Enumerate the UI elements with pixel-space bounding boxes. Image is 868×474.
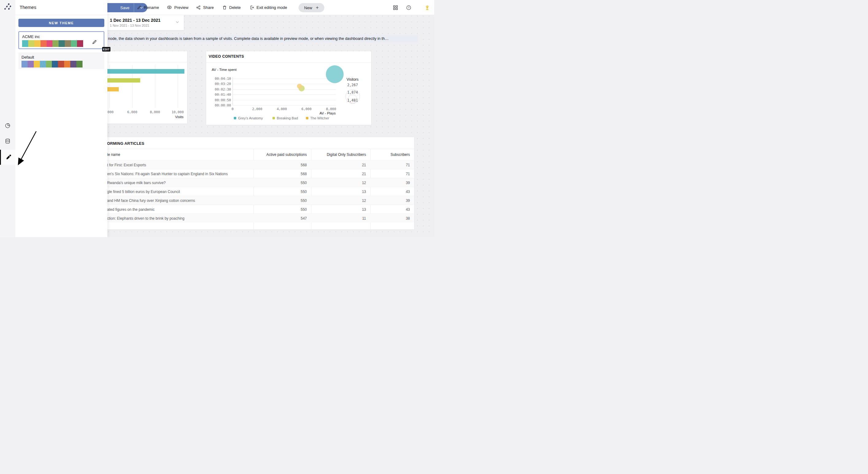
- value-cell: 13: [311, 187, 366, 196]
- x-tick-label: 0: [223, 107, 242, 111]
- preview-button[interactable]: Preview: [167, 0, 188, 15]
- value-cell: 38: [370, 214, 410, 223]
- color-swatch: [64, 61, 70, 67]
- new-button[interactable]: New +: [299, 3, 324, 12]
- new-button-label: New: [304, 5, 312, 10]
- column-header: Subscribers: [370, 149, 410, 160]
- x-tick-label: 8,000: [145, 110, 165, 114]
- color-swatch: [77, 40, 83, 47]
- color-swatch: [70, 61, 76, 67]
- save-split-divider: [134, 3, 134, 12]
- x-tick-label: 10,000: [168, 110, 187, 114]
- gridline: [232, 89, 336, 90]
- legend-label: Breaking Bad: [277, 116, 298, 120]
- legend-label: The Witcher: [310, 116, 329, 120]
- value-cell: 21: [311, 169, 366, 178]
- exit-editing-mode-button[interactable]: Exit editing mode: [249, 0, 287, 15]
- share-button[interactable]: Share: [196, 0, 214, 15]
- table-row: gle fined 5 billion euros by European Co…: [92, 187, 414, 196]
- article-name-cell: Rwanda's unique milk bars survive?: [107, 178, 249, 187]
- sampling-notice-bar: node, the data shown in your dashboards …: [92, 35, 418, 42]
- color-swatch: [65, 40, 71, 47]
- legend-label: Grey's Anatomy: [238, 116, 263, 120]
- value-cell: 547: [253, 214, 307, 223]
- size-legend-value: 1,874: [340, 90, 365, 94]
- rename-button[interactable]: Rename: [137, 0, 159, 15]
- color-swatch: [76, 61, 83, 67]
- exit-editing-mode-label: Exit editing mode: [256, 5, 287, 10]
- color-swatch: [28, 40, 34, 47]
- column-header: Digital Only Subscribers: [311, 149, 366, 160]
- exit-icon: [249, 5, 254, 10]
- date-range-comparison: 1 Nov 2021 - 13 Nov 2021: [110, 24, 149, 27]
- value-cell: 11: [311, 214, 366, 223]
- value-cell: 550: [253, 196, 307, 205]
- new-theme-button[interactable]: NEW THEME: [19, 19, 104, 27]
- database-icon[interactable]: [5, 138, 10, 144]
- preview-label: Preview: [174, 5, 188, 10]
- value-cell: 71: [370, 160, 410, 169]
- scatter-y-axis-label: AV - Time spent: [212, 68, 237, 71]
- eye-icon: [167, 5, 172, 9]
- color-swatch: [53, 40, 59, 47]
- themes-panel-title: Themes: [20, 5, 36, 10]
- x-tick-label: 2,000: [248, 107, 266, 111]
- value-cell: 71: [370, 169, 410, 178]
- svg-text:?: ?: [408, 6, 409, 9]
- value-cell: 12: [311, 178, 366, 187]
- help-icon[interactable]: ?: [406, 5, 411, 10]
- value-cell: 550: [253, 187, 307, 196]
- trash-icon: [222, 5, 227, 10]
- articles-table-card: ORMING ARTICLES le nameActive paid subsc…: [92, 137, 414, 229]
- share-label: Share: [203, 5, 214, 10]
- date-range-selector[interactable]: 1 Dec 2021 - 13 Dec 2021 1 Nov 2021 - 13…: [107, 15, 184, 30]
- color-swatch: [22, 40, 28, 47]
- app-sidebar: [0, 0, 16, 237]
- table-row: t for First: Excel Esports5682171: [92, 160, 414, 169]
- date-range-primary: 1 Dec 2021 - 13 Dec 2021: [110, 18, 160, 23]
- card-divider: [206, 63, 371, 63]
- value-cell: 568: [253, 160, 307, 169]
- size-legend-title: Visitors: [340, 77, 365, 82]
- themes-panel-header: Themes: [16, 0, 107, 15]
- table-row: ated figures on the pandemic5501343: [92, 204, 414, 214]
- avatar[interactable]: [425, 5, 430, 10]
- theme-card-acme[interactable]: ACME inc: [19, 31, 104, 49]
- gridline: [232, 78, 336, 79]
- pencil-icon: [137, 5, 142, 10]
- value-cell: 43: [370, 205, 410, 214]
- theme-card-default[interactable]: Default: [19, 53, 104, 69]
- color-swatch: [46, 61, 52, 67]
- pie-chart-icon[interactable]: [5, 123, 10, 129]
- article-name-cell: en's Six Nations: Fit-again Sarah Hunter…: [107, 169, 249, 178]
- plus-icon: +: [316, 5, 318, 10]
- theme-tool-active-item[interactable]: [0, 150, 16, 165]
- rename-label: Rename: [144, 5, 159, 10]
- article-name-cell: t for First: Excel Esports: [107, 160, 249, 169]
- apps-grid-icon[interactable]: [393, 5, 398, 10]
- article-name-cell: gle fined 5 billion euros by European Co…: [107, 187, 249, 196]
- themes-panel: Themes NEW THEME ACME inc EDIT Default: [16, 0, 107, 237]
- y-tick-label: 00:00:50: [213, 98, 231, 102]
- legend-item[interactable]: Breaking Bad: [273, 116, 298, 120]
- eyedropper-icon: [6, 154, 11, 160]
- y-axis-line: [232, 77, 233, 105]
- color-swatch: [58, 61, 64, 67]
- column-header: le name: [107, 149, 253, 160]
- column-header: Active paid subscriptions: [253, 149, 307, 160]
- legend-swatch: [306, 117, 308, 119]
- chevron-down-icon: [176, 21, 179, 23]
- color-swatch: [28, 61, 34, 67]
- table-row: ction: Elephants driven to the brink by …: [92, 214, 414, 222]
- video-contents-card: VIDEO CONTENTS AV - Time spent 00:00:000…: [206, 51, 371, 125]
- delete-button[interactable]: Delete: [222, 0, 241, 15]
- legend-item[interactable]: The Witcher: [306, 116, 329, 120]
- theme-color-swatches: [22, 61, 83, 67]
- edit-theme-icon[interactable]: [92, 39, 97, 44]
- gridline: [232, 84, 336, 84]
- gridline: [232, 100, 336, 100]
- legend-item[interactable]: Grey's Anatomy: [234, 116, 263, 120]
- table-row: Rwanda's unique milk bars survive?550123…: [92, 178, 414, 187]
- gridline: [232, 105, 336, 105]
- bar-x-axis-label: Visits: [175, 115, 184, 119]
